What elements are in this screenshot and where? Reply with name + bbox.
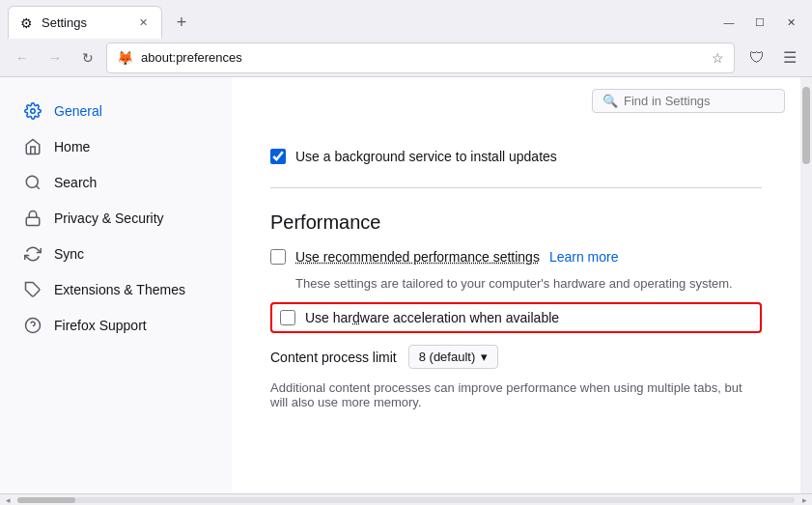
content-process-label: Content process limit <box>270 350 397 365</box>
sidebar-label-home: Home <box>54 139 90 154</box>
recommended-settings-label: Use recommended performance settings <box>295 249 540 265</box>
svg-rect-3 <box>26 217 40 225</box>
scroll-right-button[interactable]: ▸ <box>797 494 812 506</box>
nav-bar: ← → ↻ 🦊 about:preferences ☆ 🛡 ☰ <box>0 39 812 77</box>
background-service-row: Use a background service to install upda… <box>270 149 762 164</box>
sidebar-item-support[interactable]: Firefox Support <box>8 308 224 343</box>
tab-close-button[interactable]: ✕ <box>134 14 152 32</box>
find-input[interactable] <box>624 94 774 108</box>
scrollbar[interactable] <box>800 77 812 493</box>
address-favicon: 🦊 <box>117 50 133 66</box>
minimize-button[interactable]: — <box>715 9 742 36</box>
content-process-value: 8 (default) <box>419 350 476 364</box>
sidebar-label-extensions: Extensions & Themes <box>54 282 185 297</box>
content-area: General Home <box>0 77 812 493</box>
bottom-scrollbar[interactable]: ◂ ▸ <box>0 493 812 505</box>
performance-title: Performance <box>270 211 762 234</box>
main-content: 🔍 Use a background service to install up… <box>232 77 800 493</box>
sidebar-item-search[interactable]: Search <box>8 165 224 200</box>
content-process-description: Additional content processes can improve… <box>270 380 762 409</box>
hardware-accel-label: Use hardware acceleration when available <box>305 310 559 325</box>
address-bar[interactable]: 🦊 about:preferences ☆ <box>106 42 735 73</box>
new-tab-button[interactable]: + <box>168 9 195 36</box>
reload-button[interactable]: ↻ <box>73 43 102 72</box>
back-button[interactable]: ← <box>8 43 37 72</box>
hardware-accel-row: Use hardware acceleration when available <box>270 302 762 333</box>
recommended-settings-row: Use recommended performance settings Lea… <box>270 249 762 265</box>
tab-favicon: ⚙ <box>18 15 34 31</box>
section-divider <box>270 187 762 188</box>
nav-tools: 🛡 ☰ <box>742 43 804 72</box>
sidebar-label-search: Search <box>54 175 97 190</box>
svg-point-1 <box>26 176 38 187</box>
address-text: about:preferences <box>141 50 704 65</box>
scroll-left-button[interactable]: ◂ <box>0 494 15 506</box>
sidebar-label-general: General <box>54 103 102 119</box>
settings-tab[interactable]: ⚙ Settings ✕ <box>8 6 162 39</box>
svg-line-2 <box>36 185 39 188</box>
sync-icon <box>23 244 42 264</box>
tab-title: Settings <box>42 15 126 30</box>
sidebar-item-privacy[interactable]: Privacy & Security <box>8 201 224 236</box>
horizontal-scroll-track[interactable] <box>17 497 795 503</box>
bookmark-star-icon[interactable]: ☆ <box>712 50 724 66</box>
find-bar[interactable]: 🔍 <box>592 89 785 113</box>
general-icon <box>23 101 42 121</box>
lock-icon <box>23 209 42 228</box>
search-icon <box>23 173 42 192</box>
background-service-label: Use a background service to install upda… <box>295 149 557 164</box>
performance-section: Performance Use recommended performance … <box>270 211 762 409</box>
home-icon <box>23 137 42 156</box>
sidebar-label-sync: Sync <box>54 246 84 262</box>
sidebar-item-sync[interactable]: Sync <box>8 237 224 271</box>
svg-point-0 <box>31 109 36 114</box>
window-controls: — ☐ ✕ <box>715 9 804 36</box>
learn-more-link[interactable]: Learn more <box>549 249 619 265</box>
forward-button[interactable]: → <box>41 43 70 72</box>
scrollbar-thumb[interactable] <box>802 87 810 164</box>
content-process-select[interactable]: 8 (default) ▾ <box>408 345 499 369</box>
close-button[interactable]: ✕ <box>777 9 804 36</box>
hardware-accel-checkbox[interactable] <box>280 310 295 325</box>
menu-button[interactable]: ☰ <box>775 43 804 72</box>
sidebar-label-support: Firefox Support <box>54 318 147 333</box>
find-icon: 🔍 <box>602 94 618 108</box>
extensions-icon <box>23 280 42 299</box>
sidebar: General Home <box>0 77 232 493</box>
shield-button[interactable]: 🛡 <box>742 43 771 72</box>
content-process-row: Content process limit 8 (default) ▾ <box>270 345 762 369</box>
sidebar-label-privacy: Privacy & Security <box>54 210 164 226</box>
horizontal-scroll-thumb[interactable] <box>17 497 75 503</box>
maximize-button[interactable]: ☐ <box>746 9 773 36</box>
recommended-settings-checkbox[interactable] <box>270 249 286 265</box>
sidebar-item-extensions[interactable]: Extensions & Themes <box>8 272 224 307</box>
performance-description: These settings are tailored to your comp… <box>295 276 762 291</box>
support-icon <box>23 316 42 335</box>
background-service-checkbox[interactable] <box>270 149 286 164</box>
chevron-down-icon: ▾ <box>481 350 488 364</box>
sidebar-item-general[interactable]: General <box>8 94 224 128</box>
sidebar-item-home[interactable]: Home <box>8 129 224 164</box>
